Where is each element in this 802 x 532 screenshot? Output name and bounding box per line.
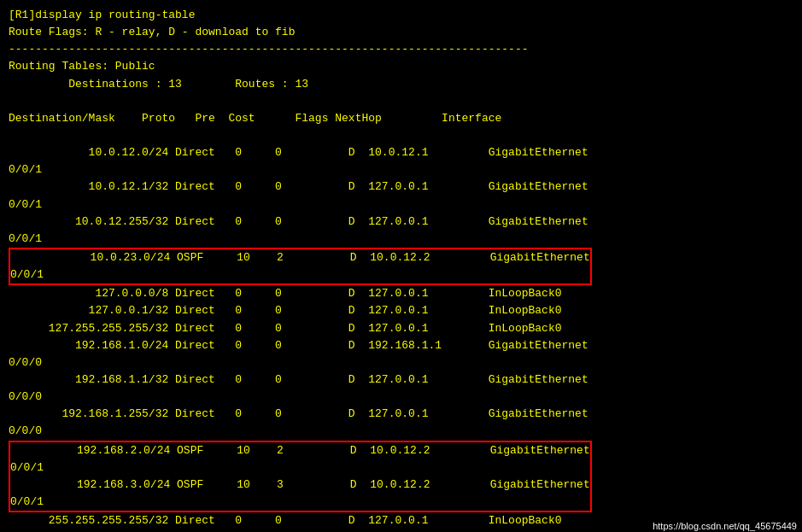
table-row-continuation: 0/0/0 [9,354,793,371]
table-row: 192.168.3.0/24 OSPF 10 3 D 10.0.12.2 Gig… [10,476,590,494]
flags-desc-line: Route Flags: R - relay, D - download to … [9,24,793,41]
blank-line-1 [9,93,793,110]
table-row: 192.168.1.255/32 Direct 0 0 D 127.0.0.1 … [9,406,793,423]
table-row: 192.168.1.1/32 Direct 0 0 D 127.0.0.1 Gi… [9,371,793,389]
table-row-continuation: 0/0/1 [10,494,590,511]
table-row: 10.0.12.0/24 Direct 0 0 D 10.0.12.1 Giga… [9,144,793,161]
terminal-window: [R1]display ip routing-table Route Flags… [0,0,802,532]
watermark: https://blog.csdn.net/qq_45675449 [653,521,797,531]
table-row: 192.168.2.0/24 OSPF 10 2 D 10.0.12.2 Gig… [10,442,590,459]
blank-line-2 [9,127,793,144]
table-row-continuation: 0/0/1 [10,459,590,476]
table-row: 127.255.255.255/32 Direct 0 0 D 127.0.0.… [9,320,793,337]
table-row-continuation: 0/0/1 [9,231,793,248]
command-line: [R1]display ip routing-table [9,7,793,24]
table-row: 10.0.12.1/32 Direct 0 0 D 127.0.0.1 Giga… [9,178,793,196]
table-row-continuation: 0/0/1 [9,161,793,178]
table-row-continuation: 0/0/0 [9,389,793,406]
table-row: 127.0.0.0/8 Direct 0 0 D 127.0.0.1 InLoo… [9,285,793,302]
dest-routes-line: Destinations : 13 Routes : 13 [9,76,793,93]
table-row: 10.0.12.255/32 Direct 0 0 D 127.0.0.1 Gi… [9,213,793,231]
table-row-continuation: 0/0/0 [9,423,793,440]
table-row-continuation: 0/0/1 [9,196,793,213]
table-row: 192.168.1.0/24 Direct 0 0 D 192.168.1.1 … [9,337,793,354]
highlighted-route-group: 10.0.23.0/24 OSPF 10 2 D 10.0.12.2 Gigab… [9,248,592,285]
table-row: 127.0.0.1/32 Direct 0 0 D 127.0.0.1 InLo… [9,302,793,319]
routes-container: 10.0.12.0/24 Direct 0 0 D 10.0.12.1 Giga… [9,144,793,529]
separator-line: ----------------------------------------… [9,41,793,58]
table-row: 10.0.23.0/24 OSPF 10 2 D 10.0.12.2 Gigab… [10,249,590,266]
table-row-continuation: 0/0/1 [10,266,590,284]
highlighted-route-group: 192.168.2.0/24 OSPF 10 2 D 10.0.12.2 Gig… [9,441,592,513]
column-header-line: Destination/Mask Proto Pre Cost Flags Ne… [9,110,793,127]
routing-tables-line: Routing Tables: Public [9,58,793,75]
